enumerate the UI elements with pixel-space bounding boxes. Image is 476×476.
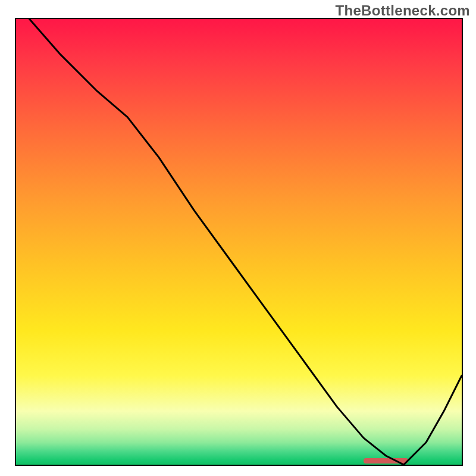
watermark-text: TheBottleneck.com [336,2,470,19]
plot-area [15,18,463,466]
curve-line [16,19,462,465]
chart-container: TheBottleneck.com [0,0,476,476]
